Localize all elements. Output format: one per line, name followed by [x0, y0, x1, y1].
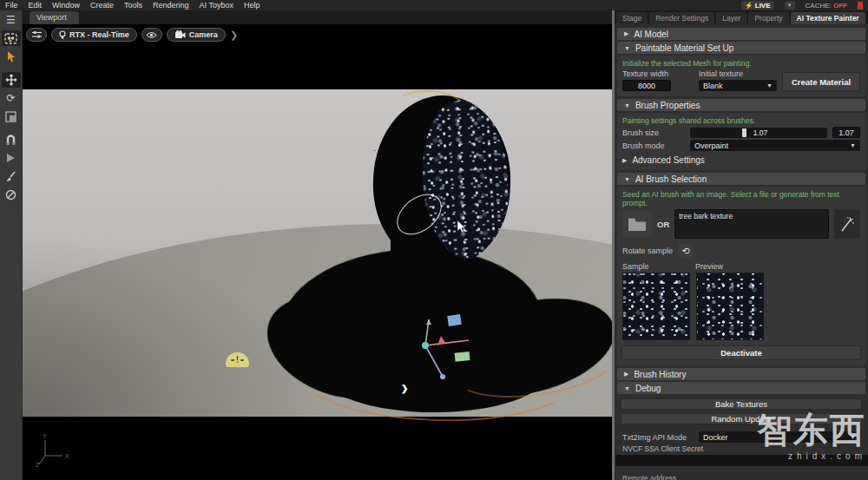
expand-arrow-icon: ▼: [624, 45, 630, 51]
section-brush-properties[interactable]: ▼ Brush Properties: [617, 99, 865, 111]
warn-dash-right: [240, 359, 244, 361]
collapse-arrow-icon: ▶: [624, 371, 628, 378]
menu-edit[interactable]: Edit: [29, 1, 43, 10]
ai-brush-body: Seed an AI brush with an image. Select a…: [617, 187, 865, 365]
section-ai-brush-selection[interactable]: ▼ AI Brush Selection: [617, 173, 865, 185]
sample-thumbnail: [622, 273, 690, 340]
mouse-cursor-icon: [457, 220, 467, 233]
toolbar-menu-icon[interactable]: ☰: [2, 12, 21, 28]
menu-create[interactable]: Create: [90, 1, 114, 10]
texture-width-label: Texture width: [622, 69, 671, 78]
collapse-arrow-icon: ▶: [622, 157, 627, 164]
section-ai-model[interactable]: ▶ AI Model: [617, 28, 865, 40]
text-prompt-input[interactable]: tree bark texture: [674, 209, 829, 239]
remote-address-label: Remote address: [622, 474, 860, 480]
viewport-tab[interactable]: Viewport: [30, 11, 79, 24]
dropdown-caret-icon: ▼: [850, 434, 856, 440]
brush-size-slider[interactable]: 1.07: [690, 128, 827, 138]
toolbar-expand-chevron[interactable]: ❯: [230, 30, 238, 41]
menu-rendering[interactable]: Rendering: [153, 1, 189, 10]
brush-mode-dropdown[interactable]: Overpaint ▼: [690, 140, 860, 151]
random-update-button[interactable]: Random Update: [621, 413, 862, 424]
axis-y-label: Y: [43, 433, 47, 439]
edge-chevron: ❯: [401, 384, 408, 393]
panel-tabstrip: Stage Render Settings Layer Property AI …: [615, 10, 868, 24]
brush-history-title: Brush History: [634, 370, 686, 379]
ai-texture-painter-panel: ▶ AI Model ▼ Paintable Material Set Up I…: [615, 24, 868, 480]
viewport-toolbar: RTX - Real-Time Camera ❯: [26, 28, 238, 42]
viewport-3d[interactable]: RTX - Real-Time Camera ❯: [23, 24, 612, 480]
menu-file[interactable]: File: [5, 1, 18, 10]
brush-mode-value: Overpaint: [694, 141, 728, 150]
api-mode-value: Docker: [703, 433, 728, 442]
brush-properties-title: Brush Properties: [635, 101, 700, 110]
tab-layer[interactable]: Layer: [716, 12, 746, 24]
tab-render-settings[interactable]: Render Settings: [649, 12, 714, 24]
or-label: OR: [657, 220, 669, 229]
live-dropdown-caret[interactable]: ▾: [785, 1, 795, 10]
menu-window[interactable]: Window: [52, 1, 80, 10]
cache-label: CACHE:: [806, 2, 832, 10]
section-brush-history[interactable]: ▶ Brush History: [617, 368, 865, 380]
initial-texture-dropdown[interactable]: Blank ▼: [699, 80, 777, 91]
magic-wand-icon: [839, 215, 855, 233]
rotate-tool-icon[interactable]: ⟳: [2, 90, 21, 106]
axis-z-label: Z: [36, 462, 40, 468]
advanced-settings-toggle[interactable]: Advanced Settings: [632, 155, 704, 165]
ai-brush-title: AI Brush Selection: [635, 174, 707, 184]
generate-button[interactable]: [834, 209, 860, 239]
eye-icon: [146, 31, 157, 39]
brush-size-inline-value: 1.07: [753, 128, 768, 137]
dropdown-caret-icon: ▼: [850, 142, 856, 148]
right-panel: Stage Render Settings Layer Property AI …: [612, 10, 868, 480]
brush-mode-label: Brush mode: [622, 141, 685, 150]
deactivate-button[interactable]: Deactivate: [621, 345, 861, 360]
texture-width-input[interactable]: [622, 80, 671, 91]
section-paintable-material[interactable]: ▼ Paintable Material Set Up: [617, 42, 865, 54]
select-tool-icon[interactable]: [2, 49, 21, 64]
left-toolbar: ☰ ⟳: [0, 10, 23, 480]
camera-button[interactable]: Camera: [167, 28, 226, 42]
disable-tool-icon[interactable]: [2, 187, 21, 202]
selection-mode-icon[interactable]: [2, 30, 21, 46]
cache-value: OFF: [833, 2, 847, 10]
move-tool-icon[interactable]: [2, 72, 21, 88]
rotate-sample-button[interactable]: ⟲: [678, 244, 694, 258]
client-secret-input[interactable]: [615, 455, 868, 466]
preview-thumbnail: [696, 273, 764, 340]
sample-label: Sample: [622, 262, 690, 271]
paint-brush-tool-icon[interactable]: [2, 168, 21, 184]
tab-ai-texture-painter[interactable]: AI Texture Painter: [791, 12, 865, 24]
api-mode-label: Txt2Img API Mode: [622, 433, 694, 442]
bake-textures-button[interactable]: Bake Textures: [621, 398, 862, 410]
slider-handle[interactable]: [742, 128, 746, 137]
brush-properties-body: Painting settings shared across brushes.…: [617, 113, 865, 170]
initial-texture-value: Blank: [703, 82, 723, 90]
tab-stage[interactable]: Stage: [616, 12, 648, 24]
warn-dash-left: [231, 359, 234, 361]
menu-help[interactable]: Help: [244, 1, 260, 10]
renderer-button[interactable]: RTX - Real-Time: [51, 28, 137, 42]
visibility-button[interactable]: [141, 28, 162, 42]
tab-property[interactable]: Property: [748, 12, 788, 24]
seed-hint: Seed an AI brush with an image. Select a…: [622, 190, 860, 207]
live-button[interactable]: ⚡ LIVE: [741, 1, 774, 10]
section-debug[interactable]: ▼ Debug: [617, 382, 865, 394]
axis-x-label: X: [65, 453, 69, 459]
brush-hint: Painting settings shared across brushes.: [622, 116, 860, 125]
api-mode-dropdown[interactable]: Docker ▼: [699, 431, 860, 443]
paintable-hint: Initialize the selected Mesh for paintin…: [622, 59, 860, 68]
lightning-icon: ⚡: [745, 2, 753, 10]
folder-icon: [628, 217, 647, 232]
snap-tool-icon[interactable]: [2, 132, 21, 148]
create-material-button[interactable]: Create Material: [782, 72, 860, 91]
menu-ai-toybox[interactable]: AI Toybox: [200, 1, 233, 10]
cache-status: CACHE: OFF: [806, 2, 847, 10]
scale-tool-icon[interactable]: [2, 108, 21, 124]
brush-size-label: Brush size: [622, 128, 685, 137]
brush-size-input[interactable]: [832, 127, 860, 138]
menu-tools[interactable]: Tools: [124, 1, 142, 10]
open-file-button[interactable]: [622, 211, 652, 237]
play-button-icon[interactable]: [2, 150, 21, 166]
viewport-settings-button[interactable]: [26, 28, 47, 42]
